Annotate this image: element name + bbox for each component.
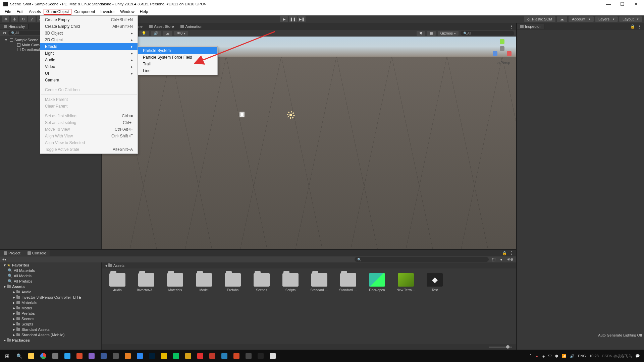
search-icon[interactable]: 🔍 <box>13 351 25 361</box>
app-icon-10[interactable] <box>195 351 206 361</box>
cloud-icon[interactable]: ☁ <box>557 16 567 22</box>
asset-item[interactable]: Audio <box>106 273 128 292</box>
app-icon-4[interactable] <box>98 351 109 361</box>
gizmos-dropdown[interactable]: Gizmos <box>438 31 459 36</box>
favorite-item[interactable]: 🔍 All Models <box>0 273 101 279</box>
move-tool-icon[interactable]: ✢ <box>11 16 18 22</box>
scale-tool-icon[interactable]: ⤢ <box>28 16 36 22</box>
menu-file[interactable]: File <box>2 9 14 15</box>
ppt-icon[interactable] <box>231 351 242 361</box>
axis-center-icon[interactable] <box>500 46 504 51</box>
pause-button[interactable]: ❚❚ <box>289 16 297 22</box>
layers-dropdown[interactable]: Layers <box>595 16 618 22</box>
account-dropdown[interactable]: Account <box>569 16 594 22</box>
menu-item-2d-object[interactable]: 2D Object▸ <box>40 37 138 43</box>
hidden-toggle-icon[interactable]: 👁0 <box>174 31 188 36</box>
menu-item-particle-system[interactable]: Particle System <box>138 47 217 54</box>
app-icon-13[interactable] <box>243 351 254 361</box>
app-icon-5[interactable] <box>110 351 121 361</box>
app-icon-6[interactable] <box>122 351 133 361</box>
menu-component[interactable]: Component <box>71 9 98 15</box>
asset-item[interactable]: Model <box>193 273 215 292</box>
assets-root[interactable]: ▾ Assets <box>0 284 101 289</box>
lock-icon[interactable]: 🔒 <box>502 251 507 255</box>
vs-icon[interactable] <box>86 351 97 361</box>
tray-icon-4[interactable]: ⬢ <box>555 354 558 358</box>
filter-icon[interactable]: ⬚ <box>491 257 497 262</box>
asset-item[interactable]: Standard … <box>308 273 330 292</box>
effects-submenu[interactable]: Particle SystemParticle System Force Fie… <box>138 46 218 75</box>
app-icon-11[interactable] <box>207 351 218 361</box>
menu-edit[interactable]: Edit <box>14 9 26 15</box>
asset-item[interactable]: Prefabs <box>222 273 244 292</box>
tray-wifi-icon[interactable]: 📶 <box>562 354 567 358</box>
app-icon-14[interactable] <box>267 351 278 361</box>
menu-item-3d-object[interactable]: 3D Object▸ <box>40 30 138 37</box>
kebab-icon[interactable]: ⋮ <box>507 24 516 29</box>
scene-search[interactable]: 🔍 All <box>461 31 514 36</box>
folder-item[interactable]: ▸ Model <box>0 305 101 311</box>
grid-icon[interactable]: ▦ <box>427 31 436 36</box>
asset-item[interactable]: ◆Test <box>424 273 446 292</box>
scene-tab-asset-store[interactable]: Asset Store <box>146 24 177 29</box>
project-tab-project[interactable]: Project <box>0 250 24 256</box>
project-breadcrumb[interactable]: ◂ Assets <box>102 262 516 268</box>
tray-volume-icon[interactable]: 🔊 <box>570 354 575 358</box>
menu-item-trail[interactable]: Trail <box>138 61 217 67</box>
gameobject-menu[interactable]: Create EmptyCtrl+Shift+NCreate Empty Chi… <box>40 15 138 154</box>
asset-item[interactable]: Door-open <box>366 273 388 292</box>
tray-icon-2[interactable]: ◈ <box>542 354 545 358</box>
axis-z-icon[interactable] <box>493 51 497 56</box>
app-icon-3[interactable] <box>74 351 85 361</box>
tray-icon-1[interactable]: ▲ <box>535 354 539 358</box>
explorer-icon[interactable] <box>25 351 37 361</box>
folder-item[interactable]: ▸ Invector-3rdPersonController_LITE <box>0 295 101 300</box>
kebab-icon[interactable]: ⋮ <box>509 251 514 255</box>
tray-icon-3[interactable]: 🛡 <box>548 354 552 358</box>
step-button[interactable]: ▶❚ <box>298 16 306 22</box>
app-icon-7[interactable] <box>134 351 146 361</box>
menu-item-ui[interactable]: UI▸ <box>40 70 138 77</box>
rotate-tool-icon[interactable]: ↻ <box>19 16 27 22</box>
menu-item-create-empty-child[interactable]: Create Empty ChildAlt+Shift+N <box>40 23 138 30</box>
app-icon-12[interactable] <box>219 351 230 361</box>
axis-x-icon[interactable] <box>507 51 512 56</box>
tool-settings-icon[interactable]: ✖ <box>417 31 425 36</box>
projection-label[interactable]: ◁ Persp <box>497 61 510 65</box>
app-icon-2[interactable] <box>62 351 73 361</box>
axis-y-icon[interactable] <box>500 39 504 44</box>
folder-item[interactable]: ▸ Standard Assets <box>0 327 101 332</box>
fx-toggle-icon[interactable]: ☁ <box>163 31 172 36</box>
packages-root[interactable]: ▸ Packages <box>0 338 101 343</box>
orientation-gizmo[interactable] <box>493 39 512 58</box>
folder-item[interactable]: ▸ Standard Assets (Mobile) <box>0 332 101 338</box>
app-icon-1[interactable] <box>50 351 61 361</box>
asset-item[interactable]: Scenes <box>251 273 273 292</box>
project-tab-console[interactable]: Console <box>24 250 50 256</box>
create-dropdown-icon[interactable]: +▾ <box>2 257 6 262</box>
thumbnail-size-slider[interactable] <box>102 344 516 350</box>
folder-item[interactable]: ▸ Scripts <box>0 321 101 327</box>
folder-item[interactable]: ▸ Prefabs <box>0 311 101 316</box>
menu-item-audio[interactable]: Audio▸ <box>40 57 138 63</box>
play-button[interactable]: ▶ <box>280 16 288 22</box>
menu-item-create-empty[interactable]: Create EmptyCtrl+Shift+N <box>40 16 138 23</box>
asset-item[interactable]: New Terra… <box>395 273 417 292</box>
close-icon[interactable]: ✕ <box>634 1 638 7</box>
maximize-icon[interactable]: ☐ <box>620 1 625 7</box>
inspector-tab[interactable]: Inspector <box>517 24 544 29</box>
favorite-filter-icon[interactable]: ● <box>499 257 504 261</box>
start-icon[interactable]: ⊞ <box>1 351 13 361</box>
app-icon-8[interactable] <box>158 351 170 361</box>
menu-item-line[interactable]: Line <box>138 67 217 74</box>
menu-help[interactable]: Help <box>137 9 151 15</box>
lock-icon[interactable]: 🔒 <box>630 24 635 29</box>
menu-item-effects[interactable]: Effects▸ <box>40 43 138 50</box>
favorite-item[interactable]: 🔍 All Prefabs <box>0 279 101 284</box>
lighting-toggle-icon[interactable]: 💡 <box>139 31 149 36</box>
notifications-icon[interactable]: 💬 <box>635 354 640 358</box>
menu-item-particle-system-force-field[interactable]: Particle System Force Field <box>138 54 217 61</box>
asset-item[interactable]: Standard … <box>337 273 359 292</box>
tray-ime[interactable]: ENG <box>578 354 586 358</box>
folder-item[interactable]: ▸ Materials <box>0 300 101 305</box>
